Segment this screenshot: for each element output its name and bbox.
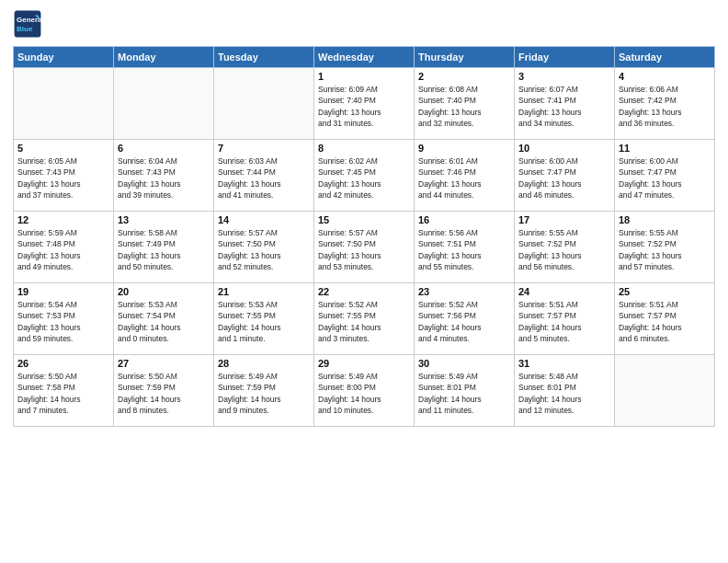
day-cell: 16Sunrise: 5:56 AMSunset: 7:51 PMDayligh… (415, 212, 515, 283)
day-number: 30 (418, 358, 510, 369)
day-number: 10 (518, 143, 610, 154)
day-number: 18 (619, 214, 711, 225)
day-cell: 11Sunrise: 6:00 AMSunset: 7:47 PMDayligh… (615, 140, 715, 212)
day-info: Sunrise: 5:55 AMSunset: 7:52 PMDaylight:… (518, 227, 610, 272)
day-number: 5 (17, 143, 109, 154)
day-number: 26 (17, 358, 109, 369)
day-number: 14 (218, 214, 310, 225)
week-row-3: 12Sunrise: 5:59 AMSunset: 7:48 PMDayligh… (14, 212, 715, 283)
day-info: Sunrise: 5:53 AMSunset: 7:54 PMDaylight:… (118, 299, 210, 344)
day-info: Sunrise: 6:04 AMSunset: 7:43 PMDaylight:… (118, 155, 210, 201)
day-info: Sunrise: 6:09 AMSunset: 7:40 PMDaylight:… (318, 84, 410, 129)
day-number: 1 (318, 71, 410, 82)
day-cell: 27Sunrise: 5:50 AMSunset: 7:59 PMDayligh… (114, 355, 214, 427)
calendar-container: General Blue SundayMondayTuesdayWednesda… (0, 0, 728, 563)
day-cell: 1Sunrise: 6:09 AMSunset: 7:40 PMDaylight… (314, 68, 415, 140)
weekday-header-friday: Friday (515, 47, 615, 68)
day-number: 7 (218, 143, 310, 154)
day-cell: 3Sunrise: 6:07 AMSunset: 7:41 PMDaylight… (515, 68, 615, 140)
day-info: Sunrise: 5:49 AMSunset: 8:01 PMDaylight:… (418, 371, 510, 416)
day-cell: 23Sunrise: 5:52 AMSunset: 7:56 PMDayligh… (415, 283, 515, 355)
day-cell: 24Sunrise: 5:51 AMSunset: 7:57 PMDayligh… (515, 283, 615, 355)
day-number: 2 (418, 71, 510, 82)
day-info: Sunrise: 5:54 AMSunset: 7:53 PMDaylight:… (17, 299, 109, 344)
day-cell (214, 68, 314, 140)
day-info: Sunrise: 6:08 AMSunset: 7:40 PMDaylight:… (418, 84, 510, 129)
day-info: Sunrise: 6:06 AMSunset: 7:42 PMDaylight:… (619, 84, 711, 129)
day-number: 12 (17, 214, 109, 225)
day-cell: 17Sunrise: 5:55 AMSunset: 7:52 PMDayligh… (515, 212, 615, 283)
day-info: Sunrise: 5:48 AMSunset: 8:01 PMDaylight:… (518, 371, 610, 416)
weekday-header-tuesday: Tuesday (214, 47, 314, 68)
weekday-header-row: SundayMondayTuesdayWednesdayThursdayFrid… (14, 47, 715, 68)
day-cell: 13Sunrise: 5:58 AMSunset: 7:49 PMDayligh… (114, 212, 214, 283)
day-cell: 14Sunrise: 5:57 AMSunset: 7:50 PMDayligh… (214, 212, 314, 283)
day-number: 13 (118, 214, 210, 225)
weekday-header-saturday: Saturday (615, 47, 715, 68)
day-number: 9 (418, 143, 510, 154)
day-number: 22 (318, 286, 410, 297)
week-row-5: 26Sunrise: 5:50 AMSunset: 7:58 PMDayligh… (14, 355, 715, 427)
day-info: Sunrise: 6:01 AMSunset: 7:46 PMDaylight:… (418, 155, 510, 201)
day-cell: 10Sunrise: 6:00 AMSunset: 7:47 PMDayligh… (515, 140, 615, 212)
day-number: 23 (418, 286, 510, 297)
day-info: Sunrise: 5:50 AMSunset: 7:58 PMDaylight:… (17, 371, 109, 416)
day-number: 28 (218, 358, 310, 369)
day-cell: 19Sunrise: 5:54 AMSunset: 7:53 PMDayligh… (14, 283, 114, 355)
day-info: Sunrise: 6:00 AMSunset: 7:47 PMDaylight:… (518, 155, 610, 201)
day-info: Sunrise: 6:02 AMSunset: 7:45 PMDaylight:… (318, 155, 410, 201)
week-row-1: 1Sunrise: 6:09 AMSunset: 7:40 PMDaylight… (14, 68, 715, 140)
weekday-header-sunday: Sunday (14, 47, 114, 68)
day-number: 8 (318, 143, 410, 154)
day-info: Sunrise: 5:57 AMSunset: 7:50 PMDaylight:… (218, 227, 310, 272)
day-number: 20 (118, 286, 210, 297)
day-cell: 20Sunrise: 5:53 AMSunset: 7:54 PMDayligh… (114, 283, 214, 355)
day-info: Sunrise: 5:56 AMSunset: 7:51 PMDaylight:… (418, 227, 510, 272)
day-info: Sunrise: 5:50 AMSunset: 7:59 PMDaylight:… (118, 371, 210, 416)
day-info: Sunrise: 5:52 AMSunset: 7:56 PMDaylight:… (418, 299, 510, 344)
day-number: 24 (518, 286, 610, 297)
day-cell: 28Sunrise: 5:49 AMSunset: 7:59 PMDayligh… (214, 355, 314, 427)
day-cell (14, 68, 114, 140)
day-number: 15 (318, 214, 410, 225)
day-number: 31 (518, 358, 610, 369)
day-info: Sunrise: 5:53 AMSunset: 7:55 PMDaylight:… (218, 299, 310, 344)
logo: General Blue (13, 9, 46, 39)
day-cell (114, 68, 214, 140)
weekday-header-wednesday: Wednesday (314, 47, 415, 68)
week-row-2: 5Sunrise: 6:05 AMSunset: 7:43 PMDaylight… (14, 140, 715, 212)
day-info: Sunrise: 5:55 AMSunset: 7:52 PMDaylight:… (619, 227, 711, 272)
day-info: Sunrise: 5:51 AMSunset: 7:57 PMDaylight:… (619, 299, 711, 344)
day-cell: 21Sunrise: 5:53 AMSunset: 7:55 PMDayligh… (214, 283, 314, 355)
weekday-header-monday: Monday (114, 47, 214, 68)
week-row-4: 19Sunrise: 5:54 AMSunset: 7:53 PMDayligh… (14, 283, 715, 355)
day-info: Sunrise: 6:05 AMSunset: 7:43 PMDaylight:… (17, 155, 109, 201)
day-number: 25 (619, 286, 711, 297)
header: General Blue (13, 9, 715, 39)
day-number: 29 (318, 358, 410, 369)
day-info: Sunrise: 5:51 AMSunset: 7:57 PMDaylight:… (518, 299, 610, 344)
day-cell: 26Sunrise: 5:50 AMSunset: 7:58 PMDayligh… (14, 355, 114, 427)
day-info: Sunrise: 5:58 AMSunset: 7:49 PMDaylight:… (118, 227, 210, 272)
day-info: Sunrise: 5:49 AMSunset: 7:59 PMDaylight:… (218, 371, 310, 416)
day-cell: 8Sunrise: 6:02 AMSunset: 7:45 PMDaylight… (314, 140, 415, 212)
day-info: Sunrise: 6:07 AMSunset: 7:41 PMDaylight:… (518, 84, 610, 129)
weekday-header-thursday: Thursday (415, 47, 515, 68)
day-number: 27 (118, 358, 210, 369)
day-number: 19 (17, 286, 109, 297)
day-info: Sunrise: 6:00 AMSunset: 7:47 PMDaylight:… (619, 155, 711, 201)
day-cell: 6Sunrise: 6:04 AMSunset: 7:43 PMDaylight… (114, 140, 214, 212)
day-info: Sunrise: 5:49 AMSunset: 8:00 PMDaylight:… (318, 371, 410, 416)
day-number: 4 (619, 71, 711, 82)
day-info: Sunrise: 5:59 AMSunset: 7:48 PMDaylight:… (17, 227, 109, 272)
calendar-table: SundayMondayTuesdayWednesdayThursdayFrid… (13, 46, 715, 427)
svg-text:Blue: Blue (17, 25, 33, 33)
day-cell: 9Sunrise: 6:01 AMSunset: 7:46 PMDaylight… (415, 140, 515, 212)
day-cell: 31Sunrise: 5:48 AMSunset: 8:01 PMDayligh… (515, 355, 615, 427)
day-cell (615, 355, 715, 427)
day-info: Sunrise: 6:03 AMSunset: 7:44 PMDaylight:… (218, 155, 310, 201)
day-cell: 2Sunrise: 6:08 AMSunset: 7:40 PMDaylight… (415, 68, 515, 140)
day-cell: 15Sunrise: 5:57 AMSunset: 7:50 PMDayligh… (314, 212, 415, 283)
day-cell: 22Sunrise: 5:52 AMSunset: 7:55 PMDayligh… (314, 283, 415, 355)
day-number: 3 (518, 71, 610, 82)
